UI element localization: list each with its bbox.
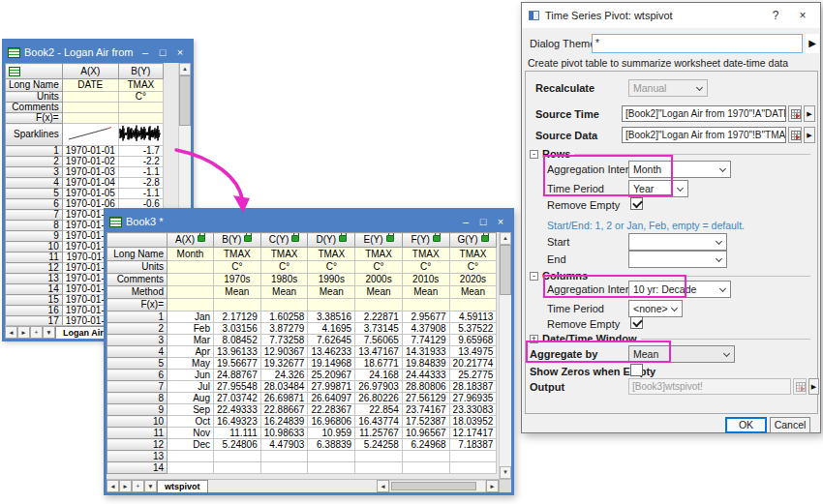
label-cell[interactable] [118, 103, 163, 113]
minimize-icon[interactable]: – [137, 44, 153, 61]
row-header[interactable]: Units [6, 92, 63, 103]
row-header[interactable]: 3 [6, 167, 63, 178]
data-cell[interactable]: 24.88767 [214, 370, 261, 381]
label-cell[interactable]: TMAX [308, 248, 355, 261]
tab-add-button[interactable]: + [132, 480, 144, 492]
data-cell[interactable]: -2.8 [118, 178, 163, 189]
help-icon[interactable]: ? [765, 9, 786, 22]
row-header[interactable]: Comments [6, 103, 63, 113]
row-header[interactable]: F(x)= [6, 113, 63, 124]
label-cell[interactable] [260, 299, 308, 311]
tab-first-button[interactable]: ◄ [5, 326, 17, 339]
scroll-right-icon[interactable]: ► [486, 480, 499, 492]
row-header[interactable]: Comments [107, 274, 168, 286]
data-cell[interactable]: -2.2 [118, 157, 163, 167]
data-cell[interactable]: 27.03742 [214, 393, 261, 404]
data-cell[interactable]: 1.60258 [260, 311, 308, 323]
data-cell[interactable]: 11.25767 [355, 428, 403, 439]
row-header[interactable]: 14 [6, 284, 63, 295]
data-cell[interactable] [168, 462, 214, 474]
tab-next-button[interactable]: ► [119, 480, 132, 492]
row-header[interactable]: Long Name [107, 248, 168, 261]
row-header[interactable]: 10 [107, 416, 168, 428]
data-cell[interactable]: -1.1 [118, 189, 163, 199]
row-header[interactable]: 7 [107, 381, 168, 393]
maximize-icon[interactable]: □ [155, 44, 170, 61]
data-cell[interactable]: 12.90367 [260, 346, 308, 358]
label-cell[interactable] [168, 274, 214, 286]
data-cell[interactable]: 9.65968 [449, 335, 497, 346]
data-cell[interactable]: 10.959 [308, 428, 355, 439]
data-cell[interactable] [214, 462, 261, 474]
data-cell[interactable] [449, 462, 497, 474]
collapse-icon[interactable]: - [530, 272, 538, 281]
expand-icon[interactable]: + [530, 335, 538, 343]
data-cell[interactable]: 7.62645 [308, 335, 355, 346]
theme-flyout-button[interactable]: ▶ [806, 34, 819, 53]
data-cell[interactable]: 19.32677 [260, 358, 308, 370]
sheet-corner-cell[interactable] [107, 233, 168, 248]
data-cell[interactable]: 3.03156 [214, 323, 261, 335]
row-header[interactable]: 2 [107, 323, 168, 335]
data-cell[interactable]: 25.2775 [449, 370, 497, 381]
label-cell[interactable]: C° [118, 92, 163, 103]
row-header[interactable]: 13 [6, 274, 63, 284]
data-cell[interactable]: 16.49323 [214, 416, 261, 428]
column-header[interactable]: G(Y) [449, 233, 497, 248]
data-cell[interactable]: 22.28367 [308, 404, 355, 416]
data-cell[interactable]: 16.43774 [355, 416, 403, 428]
label-cell[interactable] [62, 103, 118, 113]
source-time-selector-icon[interactable] [788, 105, 802, 122]
dialog-theme-input[interactable]: * [592, 34, 803, 53]
end-select[interactable] [628, 251, 727, 268]
label-cell[interactable] [449, 299, 497, 311]
sheet-corner-cell[interactable] [6, 64, 63, 79]
data-cell[interactable]: 4.47903 [260, 439, 308, 451]
data-cell[interactable]: 3.38516 [308, 311, 355, 323]
data-cell[interactable]: Apr [168, 346, 214, 358]
output-flyout-button[interactable]: ▶ [808, 378, 819, 395]
start-select[interactable] [628, 233, 727, 251]
data-cell[interactable]: 12.17417 [449, 428, 497, 439]
source-data-flyout-button[interactable]: ▶ [804, 127, 815, 143]
column-header[interactable]: F(Y) [402, 233, 449, 248]
data-cell[interactable]: 5.37522 [449, 323, 497, 335]
label-cell[interactable]: TMAX [260, 248, 308, 261]
row-header[interactable]: Units [107, 261, 168, 274]
row-header[interactable]: 4 [107, 346, 168, 358]
data-cell[interactable]: -1.1 [118, 167, 163, 178]
row-header[interactable]: 9 [6, 231, 63, 242]
data-cell[interactable]: Dec [168, 439, 214, 451]
time-series-pivot-dialog[interactable]: Time Series Pivot: wtspivot ? × Dialog T… [521, 2, 821, 433]
data-cell[interactable]: 7.56065 [355, 335, 403, 346]
label-cell[interactable] [402, 299, 449, 311]
data-cell[interactable] [449, 451, 497, 462]
label-cell[interactable] [62, 113, 118, 124]
data-cell[interactable]: 28.18387 [449, 381, 497, 393]
source-data-selector-icon[interactable] [788, 127, 802, 143]
data-cell[interactable]: 6.24968 [402, 439, 449, 451]
row-header[interactable]: 8 [107, 393, 168, 404]
data-cell[interactable]: 2.17129 [214, 311, 261, 323]
vertical-scrollbar[interactable]: ▲ ▼ [499, 232, 511, 479]
label-cell[interactable]: 1990s [308, 274, 355, 286]
data-cell[interactable]: 16.24839 [260, 416, 308, 428]
data-cell[interactable]: 7.73258 [260, 335, 308, 346]
output-input[interactable]: [Book3]wtspivot! [628, 378, 791, 395]
data-cell[interactable]: 1970-01-05 [62, 189, 118, 199]
data-cell[interactable]: 24.44333 [402, 370, 449, 381]
output-selector-icon[interactable] [793, 378, 807, 395]
data-cell[interactable]: 26.97903 [355, 381, 403, 393]
data-cell[interactable]: 1970-01-04 [62, 178, 118, 189]
row-header[interactable]: 8 [6, 221, 63, 231]
data-cell[interactable]: 2.95677 [402, 311, 449, 323]
column-header[interactable]: B(Y) [214, 233, 261, 248]
label-cell[interactable] [168, 299, 214, 311]
sparkline-date-cell[interactable] [62, 124, 118, 146]
sheet-tab-wtspivot[interactable]: wtspivot [157, 480, 208, 492]
data-cell[interactable]: 28.80806 [402, 381, 449, 393]
data-cell[interactable]: 10.98633 [260, 428, 308, 439]
data-cell[interactable]: Jul [168, 381, 214, 393]
data-cell[interactable]: 19.14968 [308, 358, 355, 370]
minimize-icon[interactable]: – [458, 213, 473, 230]
